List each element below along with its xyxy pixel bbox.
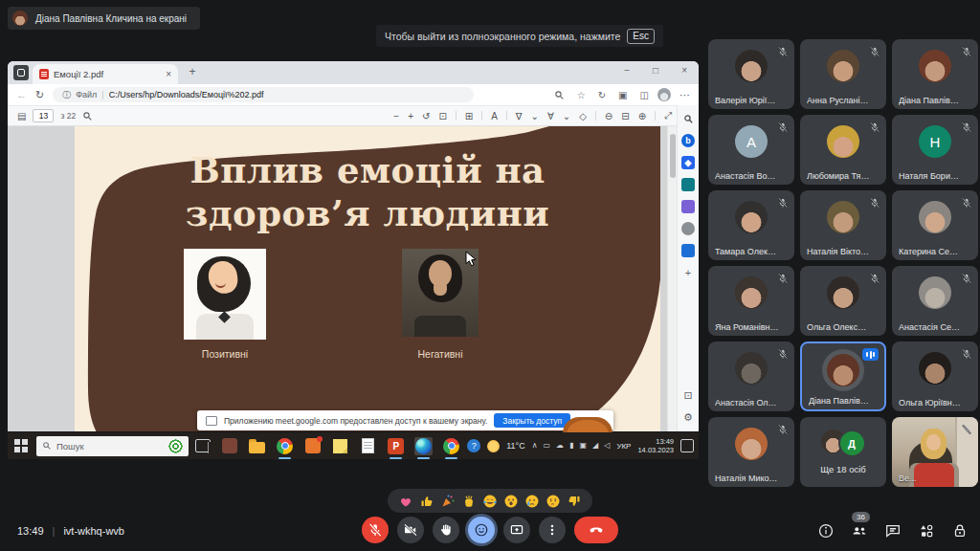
participant-tile[interactable]: Валерія Юріївна ... <box>708 39 794 109</box>
notification-center-icon[interactable] <box>680 439 694 452</box>
stop-sharing-button[interactable]: Закрыть доступ <box>494 413 570 428</box>
new-tab-button[interactable]: + <box>185 65 200 80</box>
taskbar-edge-icon[interactable] <box>414 437 433 455</box>
participant-tile[interactable]: Діана Павлівна К... <box>800 342 886 411</box>
history-icon[interactable]: ↻ <box>598 90 606 100</box>
more-options-button[interactable] <box>539 517 566 543</box>
camera-off-button[interactable] <box>397 517 424 543</box>
zoom-in-icon[interactable]: + <box>408 111 413 121</box>
task-view-button[interactable] <box>195 439 211 452</box>
participant-tile[interactable]: Катерина Сергіїв... <box>892 190 978 260</box>
taskbar-browser-icon[interactable] <box>276 437 294 455</box>
tray-onedrive-icon[interactable]: ☁ <box>556 442 564 450</box>
highlight-icon[interactable]: ∀ <box>547 111 554 121</box>
participant-tile[interactable]: Любомира Тягур <box>800 115 886 185</box>
reaction-party-popper-button[interactable] <box>440 494 456 509</box>
tray-battery-icon[interactable]: ▭ <box>544 442 551 450</box>
raise-hand-button[interactable] <box>433 517 459 543</box>
fullscreen-icon[interactable]: ⤢ <box>664 110 672 121</box>
highlight-menu-icon[interactable]: ⌄ <box>563 111 570 121</box>
erase-icon[interactable]: ◇ <box>579 111 587 121</box>
reaction-face-with-tears-of-joy-button[interactable] <box>482 494 498 509</box>
pdf-toc-icon[interactable]: ▤ <box>17 111 26 121</box>
tray-chevron-up-icon[interactable]: ∧ <box>532 442 538 450</box>
reaction-crying-face-button[interactable] <box>524 494 540 509</box>
reaction-sparkling-heart-button[interactable] <box>398 494 413 509</box>
reaction-thinking-face-button[interactable] <box>546 494 561 509</box>
find-on-page-icon[interactable] <box>554 90 565 100</box>
sidebar-games-icon[interactable] <box>681 200 695 213</box>
participant-tile[interactable]: Анастасія Олекс... <box>708 342 794 411</box>
participant-tile[interactable]: Ольга Юріївна Б... <box>892 342 978 411</box>
reaction-thumbs-down-button[interactable] <box>567 494 582 509</box>
browser-menu-icon[interactable]: ⋯ <box>679 90 690 100</box>
tray-volume-icon[interactable]: ◁ <box>604 442 610 450</box>
save-as-icon[interactable]: ⊕ <box>638 111 646 121</box>
save-icon[interactable]: ⊟ <box>621 111 629 121</box>
present-screen-button[interactable] <box>503 517 530 543</box>
refresh-button[interactable]: ↻ <box>35 90 44 100</box>
draw-icon[interactable]: ∇ <box>516 111 523 121</box>
window-minimize-button[interactable]: − <box>624 65 630 76</box>
temperature[interactable]: 11°C <box>506 441 524 451</box>
split-screen-icon[interactable]: ◫ <box>640 90 649 100</box>
draw-menu-icon[interactable]: ⌄ <box>531 111 539 121</box>
host-controls-button[interactable] <box>951 522 969 540</box>
participant-tile[interactable]: Тамара Олексан... <box>708 190 794 260</box>
participant-tile[interactable]: Яна Романівна Ку... <box>708 266 794 336</box>
info-icon[interactable]: ⓘ <box>62 89 71 101</box>
activities-button[interactable] <box>918 522 935 540</box>
taskbar-notifications-icon[interactable] <box>303 437 322 455</box>
participant-tile[interactable]: Наталія Вікторів... <box>800 190 886 260</box>
tray-mic-icon[interactable]: ▮ <box>569 442 573 450</box>
participant-tile[interactable]: ААнастасія Волод... <box>708 115 794 185</box>
window-close-button[interactable]: × <box>681 65 687 76</box>
tray-photos-icon[interactable]: ▣ <box>580 442 588 450</box>
rotate-icon[interactable]: ↺ <box>422 111 430 121</box>
end-call-button[interactable] <box>574 517 618 543</box>
page-number-input[interactable] <box>33 109 54 122</box>
page-view-icon[interactable]: ⊞ <box>465 111 473 121</box>
participant-tile[interactable]: Діана Павлівна К... <box>892 39 978 109</box>
taskbar-file-explorer-icon[interactable] <box>248 437 266 455</box>
people-button[interactable]: 36 <box>851 522 868 540</box>
collections-icon[interactable]: ▣ <box>618 90 627 100</box>
pdf-search-icon[interactable] <box>82 111 93 121</box>
reaction-clapping-hands-button[interactable] <box>461 494 477 509</box>
sidebar-more-apps-icon[interactable] <box>681 222 695 235</box>
meeting-details-button[interactable] <box>817 522 835 540</box>
taskbar-search[interactable]: Пошук <box>36 436 189 456</box>
sidebar-tools-icon[interactable] <box>681 178 695 191</box>
read-aloud-icon[interactable]: A <box>491 111 498 121</box>
sidebar-outlook-icon[interactable] <box>681 244 695 257</box>
browser-tab[interactable]: Емоції 2.pdf × <box>33 64 178 84</box>
favorites-icon[interactable]: ☆ <box>577 90 586 100</box>
scrollbar-thumb[interactable] <box>670 134 676 178</box>
back-button[interactable]: ← <box>16 90 27 100</box>
taskbar-clock[interactable]: 13:49 14.03.2023 <box>637 437 674 454</box>
pdf-viewer[interactable]: Вплив емоцій на здоров’я людини Позитивн… <box>8 126 678 431</box>
print-icon[interactable]: ⊖ <box>605 111 612 121</box>
sidebar-shopping-icon[interactable]: ◆ <box>681 156 695 169</box>
sidebar-copilot-icon[interactable]: b <box>681 134 695 147</box>
taskbar-mail-icon[interactable] <box>220 437 238 455</box>
participant-tile[interactable]: ННаталя Борисівн... <box>892 115 978 185</box>
taskbar-document-icon[interactable] <box>359 437 377 455</box>
reaction-surprised-face-button[interactable] <box>503 494 519 509</box>
sidebar-search-icon[interactable] <box>681 112 695 125</box>
weather-icon[interactable] <box>487 440 500 452</box>
address-bar[interactable]: ⓘ Файл | C:/Users/hp/Downloads/Емоції%20… <box>53 87 474 102</box>
participant-tile[interactable]: Ве... <box>892 417 978 487</box>
tab-close-icon[interactable]: × <box>166 69 171 79</box>
sidebar-collapse-icon[interactable]: ⊡ <box>681 388 695 402</box>
help-tray-icon[interactable]: ? <box>467 439 480 452</box>
participant-tile[interactable]: Ольга Олександ... <box>800 266 886 336</box>
microphone-muted-button[interactable] <box>362 517 389 543</box>
start-button[interactable] <box>12 437 30 454</box>
taskbar-powerpoint-icon[interactable]: P <box>387 437 405 455</box>
fit-to-page-icon[interactable]: ⊡ <box>438 111 446 121</box>
reaction-thumbs-up-button[interactable] <box>419 494 434 509</box>
participant-tile[interactable]: ДЩе 18 осіб <box>800 417 886 487</box>
reactions-button[interactable] <box>468 517 495 543</box>
window-maximize-button[interactable]: □ <box>653 65 658 76</box>
